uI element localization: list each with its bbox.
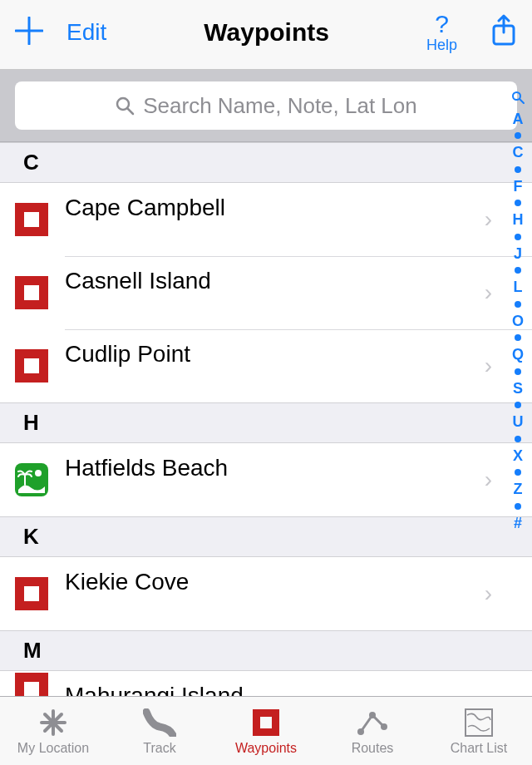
tab-label: Routes [352, 741, 394, 756]
svg-line-2 [127, 108, 133, 114]
waypoint-square-icon [15, 203, 48, 236]
nav-left: Edit [15, 14, 106, 51]
index-letter[interactable]: X [513, 447, 523, 466]
index-dot [515, 436, 521, 442]
list-item[interactable]: Hatfields Beach › [0, 443, 532, 516]
routes-icon [356, 706, 389, 739]
index-dot [515, 301, 521, 308]
index-dot [515, 469, 521, 476]
help-button[interactable]: ? Help [426, 10, 457, 54]
index-letter[interactable]: Q [512, 345, 524, 364]
search-placeholder: Search Name, Note, Lat Lon [143, 93, 417, 119]
index-search-icon[interactable] [511, 90, 525, 109]
list-item[interactable]: Kiekie Cove › [0, 557, 532, 630]
index-dot [515, 132, 521, 139]
tab-waypoints[interactable]: Waypoints [213, 697, 319, 765]
list-item[interactable]: Cudlip Point › [0, 329, 532, 402]
waypoint-beach-icon [15, 463, 48, 496]
waypoint-name: Casnell Island [65, 256, 485, 294]
waypoint-name: Kiekie Cove [65, 557, 485, 595]
index-letter[interactable]: O [512, 312, 524, 331]
waypoint-square-icon [15, 577, 48, 610]
edit-button[interactable]: Edit [66, 19, 106, 46]
waypoint-name: Cudlip Point [65, 329, 485, 368]
waypoint-square-icon [15, 673, 48, 695]
index-letter[interactable]: L [514, 278, 523, 297]
waypoint-name: Hatfields Beach [65, 443, 485, 481]
waypoint-square-icon [15, 349, 48, 382]
index-letter[interactable]: H [513, 210, 524, 230]
track-icon [143, 706, 176, 739]
svg-line-5 [520, 99, 524, 103]
section-header-m: M [0, 630, 532, 671]
waypoint-name: Mahurangi Island [65, 671, 517, 695]
svg-rect-13 [466, 709, 492, 736]
svg-point-12 [381, 723, 387, 730]
chart-list-icon [465, 706, 493, 739]
tab-track[interactable]: Track [106, 697, 213, 765]
tab-label: My Location [17, 741, 89, 756]
tab-label: Chart List [451, 741, 507, 756]
chevron-right-icon: › [485, 580, 517, 607]
add-button[interactable] [15, 14, 43, 51]
section-header-h: H [0, 402, 532, 443]
waypoint-name: Cape Campbell [65, 183, 485, 221]
waypoint-square-icon [15, 276, 48, 309]
index-dot [515, 402, 521, 408]
tab-bar: My Location Track Waypoints Routes Chart… [0, 696, 532, 765]
svg-point-11 [369, 712, 376, 718]
navbar: Edit Waypoints ? Help [0, 0, 532, 70]
tab-chart-list[interactable]: Chart List [426, 697, 532, 765]
index-letter[interactable]: A [513, 110, 524, 129]
list-item[interactable]: Cape Campbell › [0, 183, 532, 256]
tab-label: Track [143, 741, 175, 756]
index-letter[interactable]: # [514, 514, 522, 533]
tab-routes[interactable]: Routes [319, 697, 426, 765]
search-bar-container: Search Name, Note, Lat Lon [0, 70, 532, 142]
index-dot [515, 166, 521, 173]
section-index-bar[interactable]: A C F H J L O Q S U X Z # [507, 90, 529, 532]
index-dot [515, 503, 521, 510]
svg-point-10 [357, 728, 364, 735]
location-icon [39, 706, 67, 739]
index-letter[interactable]: S [513, 379, 523, 398]
waypoints-list: C Cape Campbell › Casnell Island › Cudli… [0, 142, 532, 695]
waypoints-icon [253, 706, 279, 739]
index-letter[interactable]: J [514, 244, 522, 264]
list-item[interactable]: Mahurangi Island [0, 671, 532, 695]
index-dot [515, 368, 521, 375]
share-button[interactable] [490, 14, 517, 51]
page-title: Waypoints [204, 18, 329, 47]
tab-label: Waypoints [235, 741, 297, 756]
list-item[interactable]: Casnell Island › [0, 256, 532, 329]
index-letter[interactable]: C [513, 143, 524, 162]
section-header-c: C [0, 142, 532, 183]
index-dot [515, 334, 521, 341]
help-label: Help [426, 37, 457, 53]
index-letter[interactable]: U [513, 412, 524, 432]
index-dot [515, 267, 521, 274]
svg-point-3 [35, 470, 42, 476]
index-dot [515, 234, 521, 240]
tab-my-location[interactable]: My Location [0, 697, 106, 765]
help-icon: ? [426, 10, 457, 37]
search-icon [115, 96, 135, 116]
section-header-k: K [0, 516, 532, 557]
index-dot [515, 200, 521, 206]
index-letter[interactable]: F [514, 177, 523, 196]
nav-right: ? Help [426, 10, 517, 54]
search-input[interactable]: Search Name, Note, Lat Lon [15, 81, 517, 130]
index-letter[interactable]: Z [514, 480, 523, 499]
